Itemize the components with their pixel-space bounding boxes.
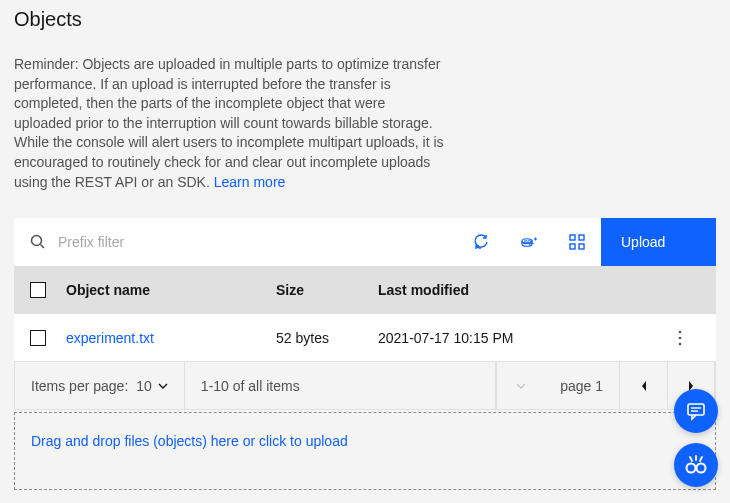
svg-line-1: [41, 245, 45, 249]
table-row: experiment.txt 52 bytes 2021-07-17 10:15…: [14, 314, 716, 362]
svg-line-18: [700, 457, 702, 461]
assistant-fab[interactable]: [674, 443, 718, 487]
items-per-page: Items per page: 10: [15, 362, 185, 409]
col-header-modified: Last modified: [378, 282, 648, 298]
col-header-size: Size: [276, 282, 366, 298]
svg-rect-3: [570, 235, 575, 240]
svg-rect-6: [579, 244, 584, 249]
chevron-down-icon: [158, 383, 168, 389]
objects-toolbar: SQL Upload: [14, 218, 716, 266]
chevron-down-icon: [516, 383, 526, 389]
reminder-text: Reminder: Objects are uploaded in multip…: [14, 55, 444, 192]
svg-point-14: [697, 464, 706, 473]
refresh-button[interactable]: [457, 218, 505, 266]
pagination-bar: Items per page: 10 1-10 of all items pag…: [14, 362, 716, 410]
prev-page-button[interactable]: [619, 362, 667, 409]
svg-point-13: [687, 464, 696, 473]
object-name-link[interactable]: experiment.txt: [66, 330, 154, 346]
svg-point-8: [679, 336, 682, 339]
search-wrapper: [14, 218, 457, 266]
pagination-range: 1-10 of all items: [185, 362, 496, 409]
items-per-page-value: 10: [136, 378, 152, 394]
upload-dropzone[interactable]: Drag and drop files (objects) here or cl…: [14, 412, 716, 490]
page-select[interactable]: [496, 362, 544, 409]
table-header: Object name Size Last modified: [14, 266, 716, 314]
svg-rect-5: [570, 244, 575, 249]
row-overflow-menu[interactable]: [660, 330, 700, 346]
svg-line-16: [690, 457, 692, 461]
dropzone-label: Drag and drop files (objects) here or cl…: [31, 433, 348, 449]
prefix-filter-input[interactable]: [58, 234, 441, 250]
chat-icon: [685, 400, 707, 422]
svg-rect-4: [579, 235, 584, 240]
items-per-page-select[interactable]: 10: [136, 378, 168, 394]
svg-point-0: [32, 236, 42, 246]
assistant-icon: [683, 452, 709, 478]
grid-view-button[interactable]: [553, 218, 601, 266]
row-checkbox[interactable]: [30, 330, 46, 346]
reminder-body: Reminder: Objects are uploaded in multip…: [14, 56, 444, 190]
object-size: 52 bytes: [276, 330, 366, 346]
svg-point-7: [679, 330, 682, 333]
page-title: Objects: [14, 8, 716, 31]
svg-text:SQL: SQL: [524, 239, 534, 245]
page-number: page 1: [544, 362, 619, 409]
svg-rect-10: [688, 404, 704, 415]
chat-fab[interactable]: [674, 389, 718, 433]
sql-query-button[interactable]: SQL: [505, 218, 553, 266]
caret-left-icon: [640, 380, 648, 392]
upload-button[interactable]: Upload: [601, 218, 716, 266]
learn-more-link[interactable]: Learn more: [214, 174, 286, 190]
object-modified: 2021-07-17 10:15 PM: [378, 330, 648, 346]
search-icon: [30, 234, 46, 250]
select-all-checkbox[interactable]: [30, 282, 46, 298]
svg-point-9: [679, 342, 682, 345]
items-per-page-label: Items per page:: [31, 378, 128, 394]
col-header-name: Object name: [58, 282, 264, 298]
